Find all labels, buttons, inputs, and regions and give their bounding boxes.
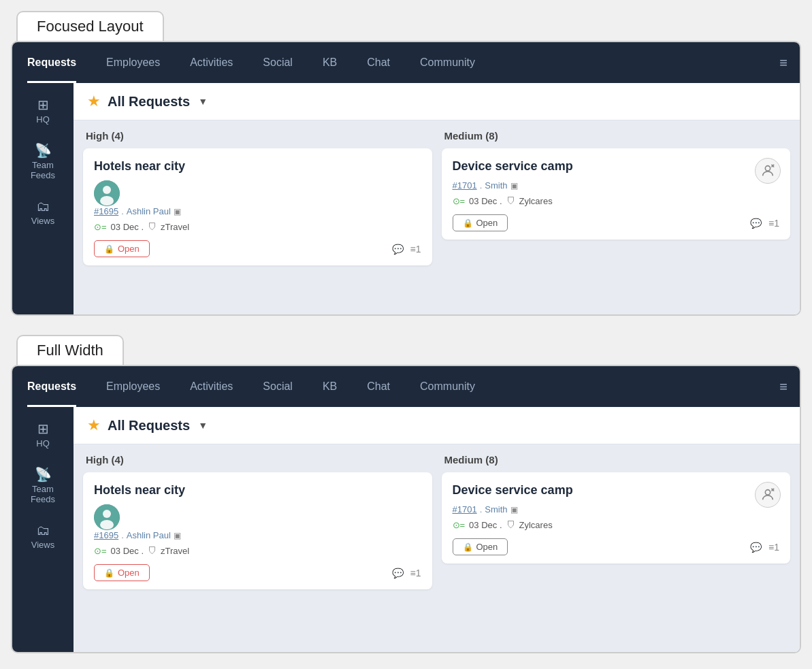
nav-item-social[interactable]: Social xyxy=(248,42,308,83)
open-button[interactable]: 🔒 Open xyxy=(94,240,150,257)
avatar xyxy=(94,180,120,206)
nav-menu-icon[interactable]: ≡ xyxy=(767,55,800,71)
ticket-id[interactable]: #1701 xyxy=(453,180,477,191)
layout-full-width: Full Width Requests Employees Activities… xyxy=(11,335,801,653)
card-info: ⊙= 03 Dec . ⛉ Zylcares xyxy=(453,196,780,206)
avatar-placeholder xyxy=(755,158,781,184)
nav-item-chat[interactable]: Chat xyxy=(352,42,405,83)
card-actions: 💬 ≡1 xyxy=(750,218,779,229)
sidebar-item-views[interactable]: 🗂 Views xyxy=(16,191,70,234)
kanban-col-medium: Medium (8) Device service camp #1701 . S… xyxy=(442,454,791,589)
hq-label: HQ xyxy=(36,438,50,448)
star-icon: ★ xyxy=(87,417,101,434)
org-icon: ⛉ xyxy=(148,546,157,556)
assignee: Smith xyxy=(485,504,507,515)
list-icon[interactable]: ≡1 xyxy=(768,542,779,553)
open-button[interactable]: 🔒 Open xyxy=(453,538,508,555)
org-icon: ⛉ xyxy=(148,222,157,232)
layout-focused: Focused Layout Requests Employees Activi… xyxy=(11,11,801,316)
chat-icon[interactable]: 💬 xyxy=(392,568,404,578)
nav-item-employees[interactable]: Employees xyxy=(91,42,175,83)
nav-item-community[interactable]: Community xyxy=(405,42,490,83)
hq-icon: ⊞ xyxy=(37,98,49,112)
sidebar-full-width: ⊞ HQ 📡 Team Feeds 🗂 Views xyxy=(12,407,74,652)
kanban-area: High (4) Hotels near city #1695 . Ashlin… xyxy=(74,444,800,599)
requests-header: ★ All Requests ▼ xyxy=(74,83,800,120)
card-info: ⊙= 03 Dec . ⛉ zTravel xyxy=(94,546,421,556)
nav-item-community[interactable]: Community xyxy=(405,366,490,407)
card-meta: #1695 . Ashlin Paul ▣ xyxy=(94,206,421,216)
col-header-high: High (4) xyxy=(83,130,432,142)
card-info: ⊙= 03 Dec . ⛉ zTravel xyxy=(94,222,421,232)
team-feeds-label: Team Feeds xyxy=(21,484,65,504)
ticket-id[interactable]: #1695 xyxy=(94,530,118,540)
assignee: Ashlin Paul xyxy=(127,206,171,216)
nav-item-activities[interactable]: Activities xyxy=(175,366,248,407)
list-icon[interactable]: ≡1 xyxy=(410,244,421,255)
date: 03 Dec . xyxy=(469,520,502,530)
date: 03 Dec . xyxy=(111,222,144,232)
dropdown-arrow[interactable]: ▼ xyxy=(198,96,208,107)
org-name: zTravel xyxy=(161,222,189,232)
dropdown-arrow[interactable]: ▼ xyxy=(198,420,208,431)
svg-point-1 xyxy=(103,186,111,194)
separator: . xyxy=(480,180,483,191)
sidebar-item-views[interactable]: 🗂 Views xyxy=(16,515,70,558)
sidebar-item-team-feeds[interactable]: 📡 Team Feeds xyxy=(16,135,70,189)
list-icon[interactable]: ≡1 xyxy=(410,568,421,578)
ticket-card: Hotels near city #1695 . Ashlin Paul ▣ ⊙… xyxy=(83,148,432,265)
team-feeds-icon: 📡 xyxy=(35,144,52,157)
kanban-col-high: High (4) Hotels near city #1695 . Ashlin… xyxy=(83,454,432,589)
svg-point-7 xyxy=(103,510,111,518)
kanban-col-medium: Medium (8) Device service camp #1701 . S… xyxy=(442,130,791,265)
nav-item-requests[interactable]: Requests xyxy=(12,366,91,407)
ticket-id[interactable]: #1695 xyxy=(94,206,118,216)
card-footer: 🔒 Open 💬 ≡1 xyxy=(94,564,421,581)
ticket-id[interactable]: #1701 xyxy=(453,504,477,515)
col-header-high: High (4) xyxy=(83,454,432,466)
app-body-full-width: ⊞ HQ 📡 Team Feeds 🗂 Views ★ All Requests… xyxy=(12,407,800,652)
org-icon: ⛉ xyxy=(506,520,515,530)
requests-title: All Requests xyxy=(108,418,190,434)
nav-item-requests[interactable]: Requests xyxy=(12,42,91,83)
col-header-medium: Medium (8) xyxy=(442,454,791,466)
app-shell-focused: Requests Employees Activities Social KB … xyxy=(11,41,801,316)
chat-icon[interactable]: 💬 xyxy=(392,244,404,255)
open-button[interactable]: 🔒 Open xyxy=(94,564,150,581)
nav-item-social[interactable]: Social xyxy=(248,366,308,407)
chat-icon[interactable]: 💬 xyxy=(750,218,762,229)
nav-item-chat[interactable]: Chat xyxy=(352,366,405,407)
card-actions: 💬 ≡1 xyxy=(392,244,421,255)
star-icon: ★ xyxy=(87,93,101,110)
hq-label: HQ xyxy=(36,114,50,125)
open-button[interactable]: 🔒 Open xyxy=(453,214,508,231)
date: 03 Dec . xyxy=(111,546,144,556)
sidebar-item-hq[interactable]: ⊞ HQ xyxy=(16,90,70,133)
views-icon: 🗂 xyxy=(36,523,50,537)
lock-icon: 🔒 xyxy=(463,218,473,228)
team-feeds-label: Team Feeds xyxy=(21,160,65,180)
chat-icon[interactable]: 💬 xyxy=(750,542,762,553)
nav-item-kb[interactable]: KB xyxy=(308,366,352,407)
content-area-focused: ★ All Requests ▼ High (4) Hotels near ci… xyxy=(74,83,800,314)
card-title: Hotels near city xyxy=(94,483,421,497)
card-meta: #1695 . Ashlin Paul ▣ xyxy=(94,530,421,540)
card-title: Device service camp xyxy=(453,483,780,497)
sidebar-item-hq[interactable]: ⊞ HQ xyxy=(16,414,70,457)
card-title: Hotels near city xyxy=(94,159,421,174)
type-icon: ▣ xyxy=(510,181,518,191)
avatar xyxy=(94,504,120,530)
card-footer: 🔒 Open 💬 ≡1 xyxy=(453,538,780,555)
list-icon[interactable]: ≡1 xyxy=(768,218,779,229)
nav-item-kb[interactable]: KB xyxy=(308,42,352,83)
layout-label-focused: Focused Layout xyxy=(16,11,164,41)
sidebar-item-team-feeds[interactable]: 📡 Team Feeds xyxy=(16,459,70,512)
nav-menu-icon[interactable]: ≡ xyxy=(767,379,800,395)
assignee: Ashlin Paul xyxy=(127,530,171,540)
card-actions: 💬 ≡1 xyxy=(750,542,779,553)
nav-item-employees[interactable]: Employees xyxy=(91,366,175,407)
views-icon: 🗂 xyxy=(36,199,50,213)
kanban-col-high: High (4) Hotels near city #1695 . Ashlin… xyxy=(83,130,432,265)
nav-item-activities[interactable]: Activities xyxy=(175,42,248,83)
card-meta: #1701 . Smith ▣ xyxy=(453,180,780,191)
